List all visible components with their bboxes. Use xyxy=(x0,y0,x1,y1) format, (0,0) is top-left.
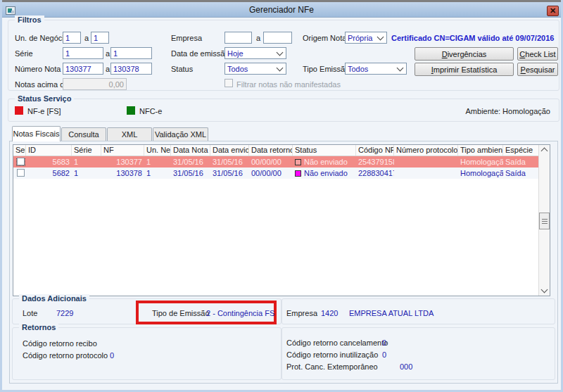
table-row[interactable]: 5683 1 130377 1 31/05/16 31/05/16 00/00/… xyxy=(13,156,550,167)
scroll-down-icon[interactable] xyxy=(539,285,550,296)
numero-nota-from-input[interactable] xyxy=(63,63,103,75)
serie-from-input[interactable] xyxy=(63,47,103,59)
retorno-inutilizacao-value: 0 xyxy=(382,350,386,359)
vertical-scrollbar[interactable] xyxy=(538,145,550,296)
notas-listview: Sel ID Série NF Un. Neg. Data Nota Data … xyxy=(13,144,550,296)
manifestadas-checkbox xyxy=(224,79,233,87)
cell-codigo-nfe: 228830417 xyxy=(356,169,394,177)
status-servico-legend: Status Serviço xyxy=(15,94,74,103)
pesquisar-button[interactable]: Pesquisar xyxy=(517,63,558,76)
empresa-code: 1420 xyxy=(321,309,338,317)
cell-data-nota: 31/05/16 xyxy=(171,158,210,166)
imprimir-estatistica-button[interactable]: Imprimir Estatística xyxy=(415,63,514,76)
retorno-recibo-label: Código retorno recibo xyxy=(23,339,97,348)
cell-especie: Saída xyxy=(503,169,538,177)
cell-data-envio: 31/05/16 xyxy=(210,158,249,166)
data-emissao-value: Hoje xyxy=(225,49,277,58)
cell-un-neg: 1 xyxy=(144,158,171,166)
numero-nota-label: Número Nota xyxy=(15,65,61,73)
col-header-tipo-ambiente[interactable]: Tipo ambiente xyxy=(458,145,503,156)
cell-nf: 130377 xyxy=(101,158,144,166)
data-emissao-label: Data de emissão xyxy=(171,49,229,58)
serie-label: Série xyxy=(15,49,33,58)
scrollbar-thumb[interactable] xyxy=(539,213,550,229)
tab-notas-fiscais[interactable]: Notas Fiscais xyxy=(12,126,61,141)
col-header-data-retorno[interactable]: Data retorno xyxy=(249,145,293,156)
retornos-legend: Retornos xyxy=(19,323,58,331)
notas-acima-input xyxy=(63,78,127,90)
empresa-from-input[interactable] xyxy=(224,32,252,44)
lote-value: 7229 xyxy=(56,309,73,317)
retorno-protocolo-value: 0 xyxy=(110,351,114,360)
cell-nf: 130378 xyxy=(101,169,144,177)
tipo-emissao-value: 2 - Contingência FS xyxy=(206,309,274,317)
un-negocio-from-input[interactable] xyxy=(63,32,81,44)
col-header-un-neg[interactable]: Un. Neg. xyxy=(144,145,171,156)
cell-data-retorno: 00/00/00 xyxy=(249,169,293,177)
range-sep-label: a xyxy=(84,34,89,42)
divergencias-button[interactable]: Divergências xyxy=(415,47,514,61)
col-header-especie[interactable]: Espécie xyxy=(503,145,538,156)
empresa-label: Empresa xyxy=(286,309,317,317)
close-icon[interactable]: ✕ xyxy=(547,6,559,16)
status-square-icon xyxy=(295,159,301,165)
table-row[interactable]: 5682 1 130378 1 31/05/16 31/05/16 00/00/… xyxy=(13,167,550,179)
col-header-status[interactable]: Status xyxy=(293,145,356,156)
col-header-data-nota[interactable]: Data Nota xyxy=(171,145,210,156)
nfce-status-square-icon xyxy=(127,106,135,115)
empresa-to-input[interactable] xyxy=(263,32,292,44)
origem-nota-label: Origem Nota xyxy=(303,34,346,42)
origem-nota-select[interactable]: Própria xyxy=(345,32,387,44)
col-header-data-envio[interactable]: Data envio xyxy=(210,145,249,156)
ambiente-label: Ambiente: Homologação xyxy=(466,107,550,115)
un-negocio-to-input[interactable] xyxy=(91,32,109,44)
status-filter-value: Todos xyxy=(225,65,277,73)
chevron-down-icon xyxy=(277,49,284,56)
col-header-codigo-nfe[interactable]: Código NFe xyxy=(356,145,394,156)
range-sep-label: a xyxy=(106,49,110,58)
chevron-down-icon xyxy=(277,65,284,72)
cell-serie: 1 xyxy=(72,169,101,177)
tab-validacao-xml[interactable]: Validação XML xyxy=(153,127,208,141)
nfce-status-label: NFC-e xyxy=(139,107,162,115)
tipo-emissao-select[interactable]: Todos xyxy=(345,63,407,75)
cell-un-neg: 1 xyxy=(144,169,171,177)
row-select-checkbox[interactable] xyxy=(17,158,25,165)
scroll-up-icon[interactable] xyxy=(539,145,550,156)
serie-to-input[interactable] xyxy=(110,47,152,59)
notas-acima-label: Notas acima de xyxy=(15,80,68,89)
tipo-emissao-filter-value: Todos xyxy=(346,65,398,73)
tab-consulta-nfe[interactable]: Consulta NFe xyxy=(61,127,106,141)
manifestadas-checkbox-label: Filtrar notas não manifestadas xyxy=(236,80,341,89)
chevron-down-icon xyxy=(397,65,404,72)
col-header-nf[interactable]: NF xyxy=(101,145,144,156)
status-select[interactable]: Todos xyxy=(224,63,286,75)
cell-tipo-ambiente: Homologação xyxy=(458,169,503,177)
tab-xml[interactable]: XML xyxy=(107,127,152,141)
data-emissao-select[interactable]: Hoje xyxy=(224,47,286,59)
cell-data-nota: 31/05/16 xyxy=(171,169,210,177)
check-list-button[interactable]: Check List xyxy=(517,47,558,61)
numero-nota-to-input[interactable] xyxy=(110,63,152,75)
row-select-checkbox[interactable] xyxy=(17,169,25,177)
cell-id: 5682 xyxy=(26,169,72,177)
un-negocio-label: Un. de Negócio xyxy=(15,34,68,42)
nfe-status-square-icon xyxy=(15,106,23,115)
cell-codigo-nfe: 254379158 xyxy=(356,158,394,166)
title-bar: Gerenciador NFe ✕ xyxy=(0,2,563,18)
cell-data-retorno: 00/00/00 xyxy=(249,158,293,166)
window-title: Gerenciador NFe xyxy=(0,5,563,15)
filtros-legend: Filtros xyxy=(15,15,44,24)
status-square-icon xyxy=(295,170,301,177)
col-header-serie[interactable]: Série xyxy=(72,145,101,156)
grip-icon xyxy=(542,219,548,224)
cell-status: Não enviado xyxy=(304,169,348,177)
col-header-numero-protocolo[interactable]: Número protocolo xyxy=(394,145,458,156)
cell-tipo-ambiente: Homologação xyxy=(458,158,503,166)
retorno-cancelamento-value: 0 xyxy=(382,339,386,347)
col-header-id[interactable]: ID xyxy=(26,145,72,156)
empresa-name: EMPRESA ATUAL LTDA xyxy=(349,309,434,317)
gerenciador-nfe-window: Gerenciador NFe ✕ Filtros Un. de Negócio… xyxy=(0,0,563,392)
col-header-sel[interactable]: Sel xyxy=(13,145,26,156)
chevron-down-icon xyxy=(377,34,384,41)
